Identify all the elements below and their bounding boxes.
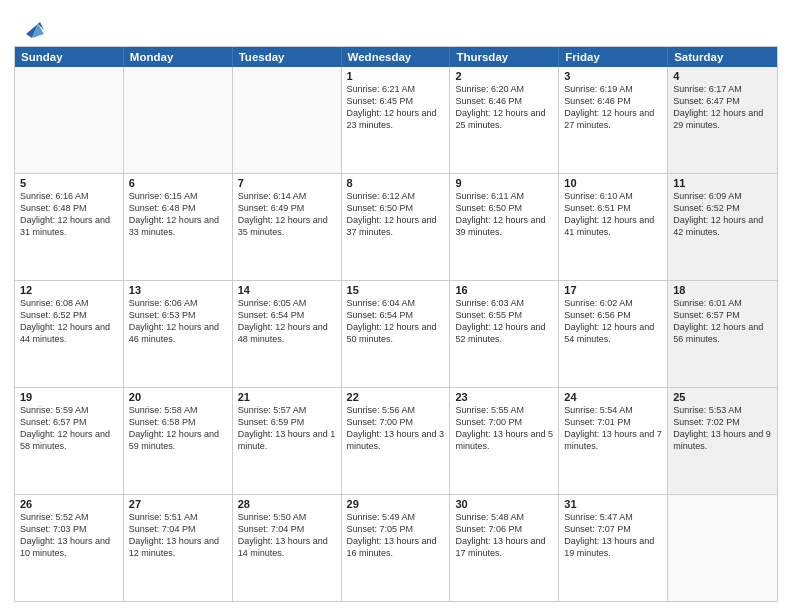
day-number: 25 bbox=[673, 391, 772, 403]
calendar-header-cell: Saturday bbox=[668, 47, 777, 67]
day-number: 23 bbox=[455, 391, 553, 403]
cell-text: Sunrise: 5:56 AM Sunset: 7:00 PM Dayligh… bbox=[347, 404, 445, 453]
calendar-cell: 7Sunrise: 6:14 AM Sunset: 6:49 PM Daylig… bbox=[233, 174, 342, 280]
cell-text: Sunrise: 6:20 AM Sunset: 6:46 PM Dayligh… bbox=[455, 83, 553, 132]
cell-text: Sunrise: 5:49 AM Sunset: 7:05 PM Dayligh… bbox=[347, 511, 445, 560]
day-number: 5 bbox=[20, 177, 118, 189]
cell-text: Sunrise: 6:02 AM Sunset: 6:56 PM Dayligh… bbox=[564, 297, 662, 346]
calendar-header-cell: Sunday bbox=[15, 47, 124, 67]
cell-text: Sunrise: 6:10 AM Sunset: 6:51 PM Dayligh… bbox=[564, 190, 662, 239]
calendar-cell: 5Sunrise: 6:16 AM Sunset: 6:48 PM Daylig… bbox=[15, 174, 124, 280]
calendar-cell: 23Sunrise: 5:55 AM Sunset: 7:00 PM Dayli… bbox=[450, 388, 559, 494]
calendar-cell: 2Sunrise: 6:20 AM Sunset: 6:46 PM Daylig… bbox=[450, 67, 559, 173]
cell-text: Sunrise: 5:55 AM Sunset: 7:00 PM Dayligh… bbox=[455, 404, 553, 453]
day-number: 14 bbox=[238, 284, 336, 296]
calendar-header-cell: Tuesday bbox=[233, 47, 342, 67]
calendar-cell: 14Sunrise: 6:05 AM Sunset: 6:54 PM Dayli… bbox=[233, 281, 342, 387]
calendar-cell: 4Sunrise: 6:17 AM Sunset: 6:47 PM Daylig… bbox=[668, 67, 777, 173]
day-number: 24 bbox=[564, 391, 662, 403]
calendar-header-cell: Wednesday bbox=[342, 47, 451, 67]
day-number: 20 bbox=[129, 391, 227, 403]
calendar-body: 1Sunrise: 6:21 AM Sunset: 6:45 PM Daylig… bbox=[15, 67, 777, 601]
calendar-cell: 25Sunrise: 5:53 AM Sunset: 7:02 PM Dayli… bbox=[668, 388, 777, 494]
day-number: 9 bbox=[455, 177, 553, 189]
day-number: 10 bbox=[564, 177, 662, 189]
day-number: 11 bbox=[673, 177, 772, 189]
day-number: 30 bbox=[455, 498, 553, 510]
cell-text: Sunrise: 5:54 AM Sunset: 7:01 PM Dayligh… bbox=[564, 404, 662, 453]
cell-text: Sunrise: 6:11 AM Sunset: 6:50 PM Dayligh… bbox=[455, 190, 553, 239]
calendar-row: 26Sunrise: 5:52 AM Sunset: 7:03 PM Dayli… bbox=[15, 495, 777, 601]
calendar-cell: 13Sunrise: 6:06 AM Sunset: 6:53 PM Dayli… bbox=[124, 281, 233, 387]
page: SundayMondayTuesdayWednesdayThursdayFrid… bbox=[0, 0, 792, 612]
calendar-cell: 26Sunrise: 5:52 AM Sunset: 7:03 PM Dayli… bbox=[15, 495, 124, 601]
day-number: 1 bbox=[347, 70, 445, 82]
day-number: 6 bbox=[129, 177, 227, 189]
cell-text: Sunrise: 6:06 AM Sunset: 6:53 PM Dayligh… bbox=[129, 297, 227, 346]
calendar-cell: 15Sunrise: 6:04 AM Sunset: 6:54 PM Dayli… bbox=[342, 281, 451, 387]
cell-text: Sunrise: 5:58 AM Sunset: 6:58 PM Dayligh… bbox=[129, 404, 227, 453]
calendar-cell: 3Sunrise: 6:19 AM Sunset: 6:46 PM Daylig… bbox=[559, 67, 668, 173]
cell-text: Sunrise: 6:15 AM Sunset: 6:48 PM Dayligh… bbox=[129, 190, 227, 239]
header bbox=[14, 10, 778, 42]
cell-text: Sunrise: 5:51 AM Sunset: 7:04 PM Dayligh… bbox=[129, 511, 227, 560]
calendar-cell: 18Sunrise: 6:01 AM Sunset: 6:57 PM Dayli… bbox=[668, 281, 777, 387]
calendar-cell: 12Sunrise: 6:08 AM Sunset: 6:52 PM Dayli… bbox=[15, 281, 124, 387]
calendar-cell bbox=[124, 67, 233, 173]
day-number: 8 bbox=[347, 177, 445, 189]
calendar: SundayMondayTuesdayWednesdayThursdayFrid… bbox=[14, 46, 778, 602]
calendar-cell: 22Sunrise: 5:56 AM Sunset: 7:00 PM Dayli… bbox=[342, 388, 451, 494]
calendar-cell: 10Sunrise: 6:10 AM Sunset: 6:51 PM Dayli… bbox=[559, 174, 668, 280]
cell-text: Sunrise: 5:48 AM Sunset: 7:06 PM Dayligh… bbox=[455, 511, 553, 560]
logo bbox=[14, 12, 48, 42]
day-number: 4 bbox=[673, 70, 772, 82]
calendar-cell: 20Sunrise: 5:58 AM Sunset: 6:58 PM Dayli… bbox=[124, 388, 233, 494]
calendar-cell: 11Sunrise: 6:09 AM Sunset: 6:52 PM Dayli… bbox=[668, 174, 777, 280]
cell-text: Sunrise: 6:08 AM Sunset: 6:52 PM Dayligh… bbox=[20, 297, 118, 346]
cell-text: Sunrise: 6:05 AM Sunset: 6:54 PM Dayligh… bbox=[238, 297, 336, 346]
calendar-cell: 9Sunrise: 6:11 AM Sunset: 6:50 PM Daylig… bbox=[450, 174, 559, 280]
cell-text: Sunrise: 6:03 AM Sunset: 6:55 PM Dayligh… bbox=[455, 297, 553, 346]
calendar-cell: 31Sunrise: 5:47 AM Sunset: 7:07 PM Dayli… bbox=[559, 495, 668, 601]
calendar-cell bbox=[233, 67, 342, 173]
cell-text: Sunrise: 5:53 AM Sunset: 7:02 PM Dayligh… bbox=[673, 404, 772, 453]
calendar-header-row: SundayMondayTuesdayWednesdayThursdayFrid… bbox=[15, 47, 777, 67]
cell-text: Sunrise: 5:59 AM Sunset: 6:57 PM Dayligh… bbox=[20, 404, 118, 453]
day-number: 7 bbox=[238, 177, 336, 189]
cell-text: Sunrise: 5:57 AM Sunset: 6:59 PM Dayligh… bbox=[238, 404, 336, 453]
cell-text: Sunrise: 6:04 AM Sunset: 6:54 PM Dayligh… bbox=[347, 297, 445, 346]
calendar-row: 5Sunrise: 6:16 AM Sunset: 6:48 PM Daylig… bbox=[15, 174, 777, 281]
calendar-header-cell: Monday bbox=[124, 47, 233, 67]
calendar-header-cell: Friday bbox=[559, 47, 668, 67]
calendar-cell bbox=[668, 495, 777, 601]
day-number: 26 bbox=[20, 498, 118, 510]
calendar-row: 1Sunrise: 6:21 AM Sunset: 6:45 PM Daylig… bbox=[15, 67, 777, 174]
calendar-row: 19Sunrise: 5:59 AM Sunset: 6:57 PM Dayli… bbox=[15, 388, 777, 495]
calendar-cell: 30Sunrise: 5:48 AM Sunset: 7:06 PM Dayli… bbox=[450, 495, 559, 601]
cell-text: Sunrise: 6:09 AM Sunset: 6:52 PM Dayligh… bbox=[673, 190, 772, 239]
cell-text: Sunrise: 5:47 AM Sunset: 7:07 PM Dayligh… bbox=[564, 511, 662, 560]
calendar-cell: 8Sunrise: 6:12 AM Sunset: 6:50 PM Daylig… bbox=[342, 174, 451, 280]
cell-text: Sunrise: 6:17 AM Sunset: 6:47 PM Dayligh… bbox=[673, 83, 772, 132]
day-number: 16 bbox=[455, 284, 553, 296]
logo-icon bbox=[18, 12, 48, 42]
cell-text: Sunrise: 6:16 AM Sunset: 6:48 PM Dayligh… bbox=[20, 190, 118, 239]
calendar-cell: 6Sunrise: 6:15 AM Sunset: 6:48 PM Daylig… bbox=[124, 174, 233, 280]
calendar-cell: 21Sunrise: 5:57 AM Sunset: 6:59 PM Dayli… bbox=[233, 388, 342, 494]
day-number: 31 bbox=[564, 498, 662, 510]
cell-text: Sunrise: 6:21 AM Sunset: 6:45 PM Dayligh… bbox=[347, 83, 445, 132]
day-number: 21 bbox=[238, 391, 336, 403]
day-number: 17 bbox=[564, 284, 662, 296]
calendar-cell: 28Sunrise: 5:50 AM Sunset: 7:04 PM Dayli… bbox=[233, 495, 342, 601]
day-number: 2 bbox=[455, 70, 553, 82]
calendar-header-cell: Thursday bbox=[450, 47, 559, 67]
day-number: 13 bbox=[129, 284, 227, 296]
day-number: 18 bbox=[673, 284, 772, 296]
cell-text: Sunrise: 6:12 AM Sunset: 6:50 PM Dayligh… bbox=[347, 190, 445, 239]
calendar-cell: 1Sunrise: 6:21 AM Sunset: 6:45 PM Daylig… bbox=[342, 67, 451, 173]
cell-text: Sunrise: 6:14 AM Sunset: 6:49 PM Dayligh… bbox=[238, 190, 336, 239]
calendar-cell: 24Sunrise: 5:54 AM Sunset: 7:01 PM Dayli… bbox=[559, 388, 668, 494]
day-number: 28 bbox=[238, 498, 336, 510]
day-number: 15 bbox=[347, 284, 445, 296]
calendar-cell bbox=[15, 67, 124, 173]
